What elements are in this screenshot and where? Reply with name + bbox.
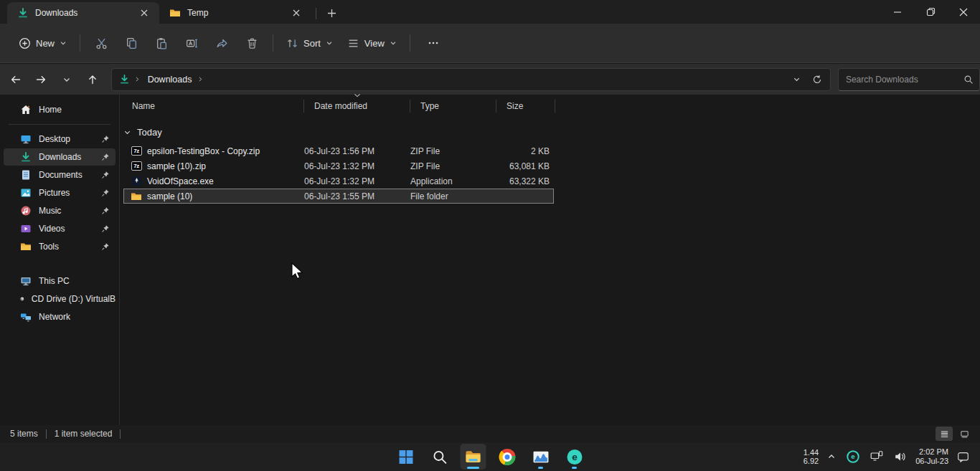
folder-icon [169,7,181,19]
up-button[interactable] [81,68,104,91]
taskbar-chrome-button[interactable] [494,444,520,470]
delete-button[interactable] [237,30,267,56]
tray-network-icon[interactable] [868,448,885,465]
cut-button[interactable] [86,30,116,56]
file-name: sample (10).zip [147,161,206,171]
address-input[interactable]: Downloads [111,68,831,91]
tab-temp[interactable]: Temp [159,2,311,24]
chevron-down-icon [62,75,71,84]
file-date: 06-Jul-23 1:56 PM [304,146,410,156]
column-header-size[interactable]: Size [496,100,555,113]
status-bar: 5 items 1 item selected [0,425,980,442]
chevron-down-icon [326,39,333,47]
file-row-sample-folder[interactable]: sample (10) 06-Jul-23 1:55 PM File folde… [123,189,554,204]
file-row-epsilon-zip[interactable]: 7z epsilon-TestingBox - Copy.zip 06-Jul-… [123,143,554,158]
sidebar-item-pictures[interactable]: Pictures [4,184,116,201]
copy-icon [126,37,138,49]
rename-button[interactable] [176,30,207,56]
tray-clock[interactable]: 2:02 PM 06-Jul-23 [915,447,948,466]
window-controls [881,0,980,24]
new-button[interactable]: New [11,30,74,56]
group-label: Today [137,127,162,138]
sidebar-item-downloads[interactable]: Downloads [4,148,116,166]
refresh-button[interactable] [807,70,827,89]
chevron-right-icon[interactable] [197,76,204,82]
copy-button[interactable] [116,30,146,56]
sidebar-item-home[interactable]: Home [4,101,116,118]
address-dropdown-button[interactable] [787,70,807,89]
restore-button[interactable] [914,0,947,24]
tab-separator [316,8,316,19]
tray-eset-icon[interactable]: e [844,448,862,465]
share-icon [216,37,228,49]
chevron-down-icon[interactable] [123,128,131,136]
tab-downloads[interactable]: Downloads [7,2,159,24]
breadcrumb-downloads[interactable]: Downloads [145,72,195,87]
tray-overflow-button[interactable] [825,450,838,463]
taskbar-eset-button[interactable]: e [562,444,588,470]
group-header-today[interactable]: Today [123,127,980,138]
file-type: ZIP File [410,161,496,171]
sidebar-item-tools[interactable]: Tools [4,238,116,255]
svg-text:e: e [851,452,855,460]
sidebar-item-documents[interactable]: Documents [4,166,116,184]
rename-icon [186,37,198,49]
file-row-sample-zip[interactable]: 7z sample (10).zip 06-Jul-23 1:32 PM ZIP… [123,158,554,173]
column-headers: Name Date modified Type Size [121,95,980,117]
column-header-type[interactable]: Type [410,100,496,113]
tab-close-icon[interactable] [287,5,306,21]
paste-button[interactable] [146,30,176,56]
more-options-button[interactable] [419,30,448,56]
taskbar-file-explorer-button[interactable] [461,444,486,470]
taskbar: e 1.44 6.92 e 2:02 PM 06-Jul-23 [0,442,980,471]
new-tab-button[interactable] [321,4,342,22]
notification-center-button[interactable] [955,449,971,465]
tab-close-icon[interactable] [135,5,154,21]
taskbar-task-manager-button[interactable] [528,444,554,470]
file-row-voidofspace-exe[interactable]: VoidOfSpace.exe 06-Jul-23 1:32 PM Applic… [123,173,554,189]
file-type: Application [410,176,496,186]
chevron-right-icon [134,76,141,82]
tray-volume-icon[interactable] [892,448,909,465]
eset-icon: e [847,450,859,463]
sidebar-item-label: This PC [39,276,70,286]
videos-icon [20,223,32,234]
column-header-date-modified[interactable]: Date modified [304,100,410,113]
thumbnails-view-button[interactable] [956,427,973,441]
forward-button[interactable] [30,68,53,91]
close-button[interactable] [947,0,980,24]
download-icon [119,74,130,85]
file-size: 63,322 KB [496,176,550,186]
column-header-name[interactable]: Name [121,100,304,113]
sidebar-item-network[interactable]: Network [4,308,116,325]
recent-locations-button[interactable] [55,68,78,91]
sidebar-item-desktop[interactable]: Desktop [4,130,116,148]
file-rows: 7z epsilon-TestingBox - Copy.zip 06-Jul-… [123,143,554,204]
sort-button[interactable]: Sort [279,30,340,56]
back-button[interactable] [4,68,27,91]
sidebar-item-this-pc[interactable]: This PC [4,272,116,290]
view-button[interactable]: View [340,30,404,56]
sidebar-item-label: Videos [39,224,65,234]
system-tray: 1.44 6.92 e 2:02 PM 06-Jul-23 [804,442,977,471]
net-speed-down: 6.92 [804,457,819,465]
home-icon [20,104,32,115]
search-input[interactable] [846,75,963,85]
sidebar-item-videos[interactable]: Videos [4,220,116,237]
sidebar-item-label: Downloads [39,152,81,162]
minimize-button[interactable] [881,0,914,24]
search-icon[interactable] [963,75,974,85]
taskbar-search-button[interactable] [427,444,453,470]
chrome-icon [499,449,515,465]
delete-icon [246,37,258,49]
address-bar: Downloads [0,64,980,95]
chevron-down-icon [390,39,397,47]
search-container[interactable] [838,68,980,91]
sidebar-item-cd-drive[interactable]: CD Drive (D:) VirtualB [4,290,116,308]
view-icon [347,37,359,49]
share-button[interactable] [207,30,237,56]
details-view-button[interactable] [936,427,953,441]
sidebar-item-music[interactable]: Music [4,202,116,219]
net-speed-widget[interactable]: 1.44 6.92 [804,448,819,465]
start-button[interactable] [393,444,419,470]
